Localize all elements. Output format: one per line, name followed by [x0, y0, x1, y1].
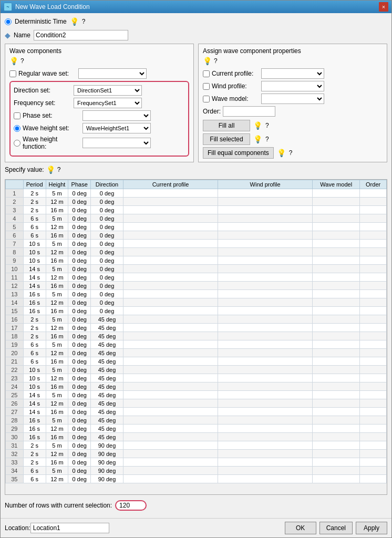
table-cell: 0 deg: [68, 441, 91, 450]
table-cell: [218, 425, 313, 433]
table-row[interactable]: 910 s16 m0 deg0 deg: [6, 256, 387, 265]
location-input[interactable]: Location1: [30, 523, 109, 533]
table-row[interactable]: 46 s5 m0 deg0 deg: [6, 214, 387, 223]
table-cell: 45 deg: [91, 408, 123, 416]
table-cell: 6 s: [23, 214, 46, 223]
table-cell: [218, 231, 313, 240]
table-cell: [218, 332, 313, 340]
table-row[interactable]: 2210 s5 m0 deg45 deg: [6, 366, 387, 374]
table-cell: 90 deg: [91, 450, 123, 458]
table-cell: [123, 206, 218, 214]
table-cell: 0 deg: [68, 206, 91, 214]
wave-model-checkbox[interactable]: [203, 96, 210, 102]
hint-icon-fill-all: 💡: [253, 121, 262, 130]
table-cell: 2 s: [23, 324, 46, 332]
direction-set-select[interactable]: DirectionSet1: [74, 85, 142, 96]
fill-all-button[interactable]: Fill all: [203, 120, 250, 131]
table-row[interactable]: 32 s16 m0 deg0 deg: [6, 206, 387, 214]
close-button[interactable]: ×: [379, 2, 388, 12]
table-row[interactable]: 2310 s12 m0 deg45 deg: [6, 374, 387, 382]
phase-set-checkbox[interactable]: [14, 112, 20, 119]
table-row[interactable]: 172 s12 m0 deg45 deg: [6, 324, 387, 332]
table-cell: 0 deg: [91, 240, 123, 248]
table-row[interactable]: 182 s16 m0 deg45 deg: [6, 332, 387, 340]
frequency-set-select[interactable]: FrequencySet1: [74, 98, 142, 108]
table-cell: [360, 290, 387, 298]
table-row[interactable]: 1416 s12 m0 deg0 deg: [6, 298, 387, 307]
table-cell: 1: [6, 189, 24, 198]
table-cell: 45 deg: [91, 433, 123, 441]
table-cell: [313, 399, 360, 408]
regular-wave-row: Regular wave set:: [9, 68, 189, 79]
table-cell: 20: [6, 349, 24, 357]
table-row[interactable]: 346 s5 m0 deg90 deg: [6, 467, 387, 475]
table-row[interactable]: 22 s12 m0 deg0 deg: [6, 198, 387, 206]
wave-height-function-radio[interactable]: [14, 140, 20, 147]
wind-profile-checkbox[interactable]: [203, 83, 210, 90]
num-rows-input[interactable]: 120: [115, 500, 147, 511]
regular-wave-checkbox[interactable]: [9, 70, 16, 77]
table-row[interactable]: 56 s12 m0 deg0 deg: [6, 223, 387, 231]
table-cell: [313, 265, 360, 273]
table-row[interactable]: 312 s5 m0 deg90 deg: [6, 441, 387, 450]
table-row[interactable]: 216 s16 m0 deg45 deg: [6, 357, 387, 366]
table-row[interactable]: 162 s5 m0 deg45 deg: [6, 315, 387, 324]
current-profile-checkbox[interactable]: [203, 70, 210, 77]
order-input[interactable]: [223, 106, 275, 117]
table-row[interactable]: 2916 s12 m0 deg45 deg: [6, 425, 387, 433]
table-cell: [218, 475, 313, 483]
table-cell: 14 s: [23, 399, 46, 408]
table-row[interactable]: 1214 s16 m0 deg0 deg: [6, 282, 387, 290]
table-scroll[interactable]: Period Height Phase Direction Current pr…: [5, 180, 387, 494]
wave-height-set-select[interactable]: WaveHeightSet1: [82, 123, 151, 133]
apply-button[interactable]: Apply: [356, 522, 387, 534]
deterministic-time-radio[interactable]: [5, 18, 12, 25]
col-header-current: Current profile: [123, 180, 218, 189]
table-row[interactable]: 66 s16 m0 deg0 deg: [6, 231, 387, 240]
table-row[interactable]: 356 s12 m0 deg90 deg: [6, 475, 387, 483]
table-row[interactable]: 2514 s5 m0 deg45 deg: [6, 391, 387, 399]
table-row[interactable]: 1516 s16 m0 deg0 deg: [6, 307, 387, 315]
name-label: Name: [14, 32, 30, 39]
table-cell: [360, 374, 387, 382]
table-row[interactable]: 810 s12 m0 deg0 deg: [6, 248, 387, 256]
table-row[interactable]: 2816 s5 m0 deg45 deg: [6, 416, 387, 425]
phase-set-select[interactable]: [82, 110, 151, 121]
table-row[interactable]: 322 s12 m0 deg90 deg: [6, 450, 387, 458]
table-row[interactable]: 3016 s16 m0 deg45 deg: [6, 433, 387, 441]
table-row[interactable]: 12 s5 m0 deg0 deg: [6, 189, 387, 198]
name-input[interactable]: Condition2: [34, 30, 128, 40]
wave-model-select[interactable]: [261, 94, 324, 104]
table-row[interactable]: 710 s5 m0 deg0 deg: [6, 240, 387, 248]
table-row[interactable]: 1014 s5 m0 deg0 deg: [6, 265, 387, 273]
table-cell: 6 s: [23, 467, 46, 475]
cancel-button[interactable]: Cancel: [319, 522, 353, 534]
table-cell: 0 deg: [68, 223, 91, 231]
table-row[interactable]: 1316 s5 m0 deg0 deg: [6, 290, 387, 298]
table-row[interactable]: 196 s5 m0 deg45 deg: [6, 340, 387, 349]
ok-button[interactable]: OK: [285, 522, 316, 534]
table-row[interactable]: 2410 s16 m0 deg45 deg: [6, 382, 387, 391]
current-profile-select[interactable]: [261, 68, 324, 79]
table-row[interactable]: 1114 s12 m0 deg0 deg: [6, 273, 387, 282]
table-cell: 19: [6, 340, 24, 349]
table-row[interactable]: 2714 s16 m0 deg45 deg: [6, 408, 387, 416]
table-row[interactable]: 206 s12 m0 deg45 deg: [6, 349, 387, 357]
table-cell: 0 deg: [91, 273, 123, 282]
table-cell: 0 deg: [68, 248, 91, 256]
wave-components-title-text: Wave components: [9, 47, 61, 55]
wind-profile-select[interactable]: [261, 81, 324, 91]
table-cell: [123, 374, 218, 382]
table-cell: 2 s: [23, 458, 46, 467]
table-row[interactable]: 2614 s12 m0 deg45 deg: [6, 399, 387, 408]
fill-selected-button[interactable]: Fill selected: [203, 133, 250, 145]
wave-height-function-select[interactable]: [82, 138, 151, 148]
table-cell: [218, 256, 313, 265]
table-cell: 45 deg: [91, 425, 123, 433]
table-cell: 16 s: [23, 425, 46, 433]
fill-equal-button[interactable]: Fill equal components: [203, 147, 274, 159]
table-row[interactable]: 332 s16 m0 deg90 deg: [6, 458, 387, 467]
regular-wave-select[interactable]: [78, 68, 147, 79]
table-cell: 6 s: [23, 231, 46, 240]
wave-height-set-radio[interactable]: [14, 125, 20, 132]
